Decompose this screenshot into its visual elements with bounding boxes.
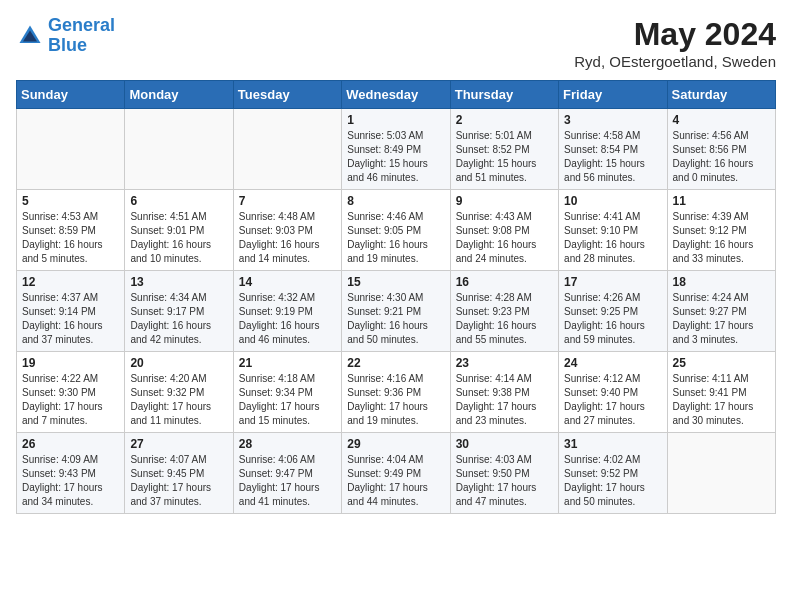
day-info: Sunrise: 4:14 AM Sunset: 9:38 PM Dayligh… xyxy=(456,372,553,428)
day-number: 28 xyxy=(239,437,336,451)
day-number: 30 xyxy=(456,437,553,451)
calendar-cell: 16Sunrise: 4:28 AM Sunset: 9:23 PM Dayli… xyxy=(450,271,558,352)
day-number: 5 xyxy=(22,194,119,208)
day-number: 3 xyxy=(564,113,661,127)
day-number: 24 xyxy=(564,356,661,370)
day-number: 17 xyxy=(564,275,661,289)
logo-blue: Blue xyxy=(48,35,87,55)
day-info: Sunrise: 4:09 AM Sunset: 9:43 PM Dayligh… xyxy=(22,453,119,509)
weekday-header-tuesday: Tuesday xyxy=(233,81,341,109)
logo-general: General xyxy=(48,15,115,35)
calendar-cell: 10Sunrise: 4:41 AM Sunset: 9:10 PM Dayli… xyxy=(559,190,667,271)
day-info: Sunrise: 4:46 AM Sunset: 9:05 PM Dayligh… xyxy=(347,210,444,266)
day-info: Sunrise: 4:06 AM Sunset: 9:47 PM Dayligh… xyxy=(239,453,336,509)
calendar-cell: 31Sunrise: 4:02 AM Sunset: 9:52 PM Dayli… xyxy=(559,433,667,514)
day-number: 22 xyxy=(347,356,444,370)
day-number: 18 xyxy=(673,275,770,289)
weekday-header-thursday: Thursday xyxy=(450,81,558,109)
day-number: 27 xyxy=(130,437,227,451)
calendar-cell: 17Sunrise: 4:26 AM Sunset: 9:25 PM Dayli… xyxy=(559,271,667,352)
day-info: Sunrise: 4:34 AM Sunset: 9:17 PM Dayligh… xyxy=(130,291,227,347)
location-subtitle: Ryd, OEstergoetland, Sweden xyxy=(574,53,776,70)
day-number: 15 xyxy=(347,275,444,289)
calendar-cell: 6Sunrise: 4:51 AM Sunset: 9:01 PM Daylig… xyxy=(125,190,233,271)
day-info: Sunrise: 4:04 AM Sunset: 9:49 PM Dayligh… xyxy=(347,453,444,509)
weekday-header-friday: Friday xyxy=(559,81,667,109)
calendar-cell: 24Sunrise: 4:12 AM Sunset: 9:40 PM Dayli… xyxy=(559,352,667,433)
day-info: Sunrise: 4:37 AM Sunset: 9:14 PM Dayligh… xyxy=(22,291,119,347)
day-number: 29 xyxy=(347,437,444,451)
calendar-cell xyxy=(125,109,233,190)
day-number: 8 xyxy=(347,194,444,208)
day-info: Sunrise: 4:58 AM Sunset: 8:54 PM Dayligh… xyxy=(564,129,661,185)
calendar-cell: 8Sunrise: 4:46 AM Sunset: 9:05 PM Daylig… xyxy=(342,190,450,271)
calendar-cell: 3Sunrise: 4:58 AM Sunset: 8:54 PM Daylig… xyxy=(559,109,667,190)
weekday-header-sunday: Sunday xyxy=(17,81,125,109)
weekday-header-row: SundayMondayTuesdayWednesdayThursdayFrid… xyxy=(17,81,776,109)
day-number: 26 xyxy=(22,437,119,451)
day-info: Sunrise: 4:07 AM Sunset: 9:45 PM Dayligh… xyxy=(130,453,227,509)
calendar-cell: 18Sunrise: 4:24 AM Sunset: 9:27 PM Dayli… xyxy=(667,271,775,352)
day-number: 2 xyxy=(456,113,553,127)
calendar-cell: 9Sunrise: 4:43 AM Sunset: 9:08 PM Daylig… xyxy=(450,190,558,271)
calendar-cell xyxy=(667,433,775,514)
day-info: Sunrise: 4:30 AM Sunset: 9:21 PM Dayligh… xyxy=(347,291,444,347)
calendar-cell: 26Sunrise: 4:09 AM Sunset: 9:43 PM Dayli… xyxy=(17,433,125,514)
day-number: 6 xyxy=(130,194,227,208)
day-info: Sunrise: 4:32 AM Sunset: 9:19 PM Dayligh… xyxy=(239,291,336,347)
month-title: May 2024 xyxy=(574,16,776,53)
day-number: 7 xyxy=(239,194,336,208)
calendar-cell: 22Sunrise: 4:16 AM Sunset: 9:36 PM Dayli… xyxy=(342,352,450,433)
calendar-cell xyxy=(17,109,125,190)
weekday-header-wednesday: Wednesday xyxy=(342,81,450,109)
logo: General Blue xyxy=(16,16,115,56)
day-number: 20 xyxy=(130,356,227,370)
day-info: Sunrise: 4:39 AM Sunset: 9:12 PM Dayligh… xyxy=(673,210,770,266)
weekday-header-saturday: Saturday xyxy=(667,81,775,109)
day-number: 10 xyxy=(564,194,661,208)
calendar-cell: 1Sunrise: 5:03 AM Sunset: 8:49 PM Daylig… xyxy=(342,109,450,190)
day-info: Sunrise: 4:43 AM Sunset: 9:08 PM Dayligh… xyxy=(456,210,553,266)
day-number: 16 xyxy=(456,275,553,289)
calendar-cell: 30Sunrise: 4:03 AM Sunset: 9:50 PM Dayli… xyxy=(450,433,558,514)
calendar-week-row: 12Sunrise: 4:37 AM Sunset: 9:14 PM Dayli… xyxy=(17,271,776,352)
day-number: 13 xyxy=(130,275,227,289)
logo-icon xyxy=(16,22,44,50)
day-info: Sunrise: 4:53 AM Sunset: 8:59 PM Dayligh… xyxy=(22,210,119,266)
day-number: 11 xyxy=(673,194,770,208)
day-number: 31 xyxy=(564,437,661,451)
day-number: 4 xyxy=(673,113,770,127)
calendar-cell: 29Sunrise: 4:04 AM Sunset: 9:49 PM Dayli… xyxy=(342,433,450,514)
day-number: 14 xyxy=(239,275,336,289)
calendar-cell: 20Sunrise: 4:20 AM Sunset: 9:32 PM Dayli… xyxy=(125,352,233,433)
day-info: Sunrise: 4:28 AM Sunset: 9:23 PM Dayligh… xyxy=(456,291,553,347)
day-number: 25 xyxy=(673,356,770,370)
calendar-cell: 19Sunrise: 4:22 AM Sunset: 9:30 PM Dayli… xyxy=(17,352,125,433)
calendar-cell: 25Sunrise: 4:11 AM Sunset: 9:41 PM Dayli… xyxy=(667,352,775,433)
weekday-header-monday: Monday xyxy=(125,81,233,109)
day-number: 19 xyxy=(22,356,119,370)
day-info: Sunrise: 4:20 AM Sunset: 9:32 PM Dayligh… xyxy=(130,372,227,428)
calendar-cell: 15Sunrise: 4:30 AM Sunset: 9:21 PM Dayli… xyxy=(342,271,450,352)
calendar-cell: 28Sunrise: 4:06 AM Sunset: 9:47 PM Dayli… xyxy=(233,433,341,514)
day-info: Sunrise: 5:01 AM Sunset: 8:52 PM Dayligh… xyxy=(456,129,553,185)
day-info: Sunrise: 4:56 AM Sunset: 8:56 PM Dayligh… xyxy=(673,129,770,185)
calendar-cell: 7Sunrise: 4:48 AM Sunset: 9:03 PM Daylig… xyxy=(233,190,341,271)
calendar-cell xyxy=(233,109,341,190)
day-number: 9 xyxy=(456,194,553,208)
day-info: Sunrise: 4:03 AM Sunset: 9:50 PM Dayligh… xyxy=(456,453,553,509)
day-info: Sunrise: 4:26 AM Sunset: 9:25 PM Dayligh… xyxy=(564,291,661,347)
day-number: 12 xyxy=(22,275,119,289)
day-info: Sunrise: 4:16 AM Sunset: 9:36 PM Dayligh… xyxy=(347,372,444,428)
page-header: General Blue May 2024 Ryd, OEstergoetlan… xyxy=(16,16,776,70)
calendar-cell: 21Sunrise: 4:18 AM Sunset: 9:34 PM Dayli… xyxy=(233,352,341,433)
calendar-cell: 5Sunrise: 4:53 AM Sunset: 8:59 PM Daylig… xyxy=(17,190,125,271)
day-info: Sunrise: 4:41 AM Sunset: 9:10 PM Dayligh… xyxy=(564,210,661,266)
calendar-cell: 11Sunrise: 4:39 AM Sunset: 9:12 PM Dayli… xyxy=(667,190,775,271)
day-info: Sunrise: 5:03 AM Sunset: 8:49 PM Dayligh… xyxy=(347,129,444,185)
day-info: Sunrise: 4:48 AM Sunset: 9:03 PM Dayligh… xyxy=(239,210,336,266)
calendar-cell: 13Sunrise: 4:34 AM Sunset: 9:17 PM Dayli… xyxy=(125,271,233,352)
day-number: 23 xyxy=(456,356,553,370)
title-block: May 2024 Ryd, OEstergoetland, Sweden xyxy=(574,16,776,70)
day-info: Sunrise: 4:18 AM Sunset: 9:34 PM Dayligh… xyxy=(239,372,336,428)
